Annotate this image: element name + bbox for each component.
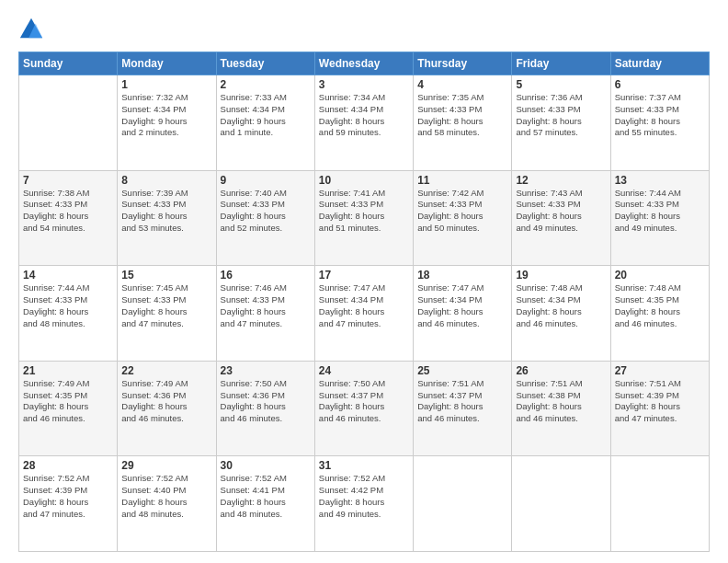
day-header-thursday: Thursday [414,52,512,75]
day-info: Sunrise: 7:52 AMSunset: 4:40 PMDaylight:… [121,473,211,520]
day-info: Sunrise: 7:32 AMSunset: 4:34 PMDaylight:… [121,92,211,139]
day-info: Sunrise: 7:48 AMSunset: 4:34 PMDaylight:… [516,282,606,329]
calendar-cell: 17Sunrise: 7:47 AMSunset: 4:34 PMDayligh… [314,266,413,362]
calendar-cell: 28Sunrise: 7:52 AMSunset: 4:39 PMDayligh… [19,456,118,552]
day-number: 25 [417,364,507,377]
calendar-cell [19,75,118,171]
day-info: Sunrise: 7:47 AMSunset: 4:34 PMDaylight:… [417,282,507,329]
logo [18,17,46,42]
day-number: 24 [319,364,409,377]
day-info: Sunrise: 7:44 AMSunset: 4:33 PMDaylight:… [615,188,705,235]
day-number: 28 [23,459,113,472]
calendar-cell: 4Sunrise: 7:35 AMSunset: 4:33 PMDaylight… [414,75,512,171]
day-info: Sunrise: 7:49 AMSunset: 4:35 PMDaylight:… [23,378,113,425]
day-number: 8 [121,174,211,187]
calendar-cell: 24Sunrise: 7:50 AMSunset: 4:37 PMDayligh… [314,361,413,456]
day-number: 17 [319,269,409,282]
calendar-cell: 22Sunrise: 7:49 AMSunset: 4:36 PMDayligh… [118,361,216,456]
day-number: 13 [615,174,705,187]
day-number: 1 [121,78,211,91]
calendar-cell: 8Sunrise: 7:39 AMSunset: 4:33 PMDaylight… [118,170,216,266]
day-number: 21 [23,364,113,377]
day-number: 5 [516,78,606,91]
day-info: Sunrise: 7:51 AMSunset: 4:38 PMDaylight:… [516,378,606,425]
calendar-week-2: 7Sunrise: 7:38 AMSunset: 4:33 PMDaylight… [19,170,710,266]
day-number: 30 [221,459,311,472]
calendar-week-1: 1Sunrise: 7:32 AMSunset: 4:34 PMDaylight… [19,75,710,171]
day-number: 29 [121,459,211,472]
calendar-cell: 16Sunrise: 7:46 AMSunset: 4:33 PMDayligh… [216,266,314,362]
day-number: 20 [615,269,705,282]
calendar-week-3: 14Sunrise: 7:44 AMSunset: 4:33 PMDayligh… [19,266,710,362]
day-info: Sunrise: 7:46 AMSunset: 4:33 PMDaylight:… [221,282,311,329]
day-number: 12 [516,174,606,187]
calendar-cell: 13Sunrise: 7:44 AMSunset: 4:33 PMDayligh… [610,170,709,266]
day-number: 2 [221,78,311,91]
day-info: Sunrise: 7:49 AMSunset: 4:36 PMDaylight:… [121,378,211,425]
day-info: Sunrise: 7:36 AMSunset: 4:33 PMDaylight:… [516,92,606,139]
calendar-cell: 25Sunrise: 7:51 AMSunset: 4:37 PMDayligh… [414,361,512,456]
calendar-cell: 21Sunrise: 7:49 AMSunset: 4:35 PMDayligh… [19,361,118,456]
calendar-cell: 20Sunrise: 7:48 AMSunset: 4:35 PMDayligh… [610,266,709,362]
day-number: 16 [221,269,311,282]
calendar-header-row: SundayMondayTuesdayWednesdayThursdayFrid… [19,52,710,75]
calendar-cell: 30Sunrise: 7:52 AMSunset: 4:41 PMDayligh… [216,456,314,552]
day-number: 27 [615,364,705,377]
calendar-cell: 29Sunrise: 7:52 AMSunset: 4:40 PMDayligh… [118,456,216,552]
day-number: 7 [23,174,113,187]
day-info: Sunrise: 7:41 AMSunset: 4:33 PMDaylight:… [319,188,409,235]
calendar-cell: 10Sunrise: 7:41 AMSunset: 4:33 PMDayligh… [314,170,413,266]
calendar-cell [414,456,512,552]
day-header-friday: Friday [512,52,610,75]
day-number: 18 [417,269,507,282]
day-header-saturday: Saturday [610,52,709,75]
day-number: 22 [121,364,211,377]
day-info: Sunrise: 7:51 AMSunset: 4:37 PMDaylight:… [417,378,507,425]
day-info: Sunrise: 7:39 AMSunset: 4:33 PMDaylight:… [121,188,211,235]
calendar-week-5: 28Sunrise: 7:52 AMSunset: 4:39 PMDayligh… [19,456,710,552]
calendar-cell: 31Sunrise: 7:52 AMSunset: 4:42 PMDayligh… [314,456,413,552]
day-number: 31 [319,459,409,472]
calendar-cell: 19Sunrise: 7:48 AMSunset: 4:34 PMDayligh… [512,266,610,362]
calendar-cell: 23Sunrise: 7:50 AMSunset: 4:36 PMDayligh… [216,361,314,456]
day-number: 26 [516,364,606,377]
calendar-cell [610,456,709,552]
calendar-cell: 9Sunrise: 7:40 AMSunset: 4:33 PMDaylight… [216,170,314,266]
calendar-cell: 12Sunrise: 7:43 AMSunset: 4:33 PMDayligh… [512,170,610,266]
day-info: Sunrise: 7:47 AMSunset: 4:34 PMDaylight:… [319,282,409,329]
day-number: 6 [615,78,705,91]
calendar-cell [512,456,610,552]
day-number: 4 [417,78,507,91]
day-number: 9 [221,174,311,187]
calendar-cell: 6Sunrise: 7:37 AMSunset: 4:33 PMDaylight… [610,75,709,171]
day-info: Sunrise: 7:50 AMSunset: 4:37 PMDaylight:… [319,378,409,425]
day-header-wednesday: Wednesday [314,52,413,75]
day-number: 15 [121,269,211,282]
day-number: 14 [23,269,113,282]
day-number: 3 [319,78,409,91]
calendar-cell: 27Sunrise: 7:51 AMSunset: 4:39 PMDayligh… [610,361,709,456]
day-info: Sunrise: 7:44 AMSunset: 4:33 PMDaylight:… [23,282,113,329]
day-info: Sunrise: 7:50 AMSunset: 4:36 PMDaylight:… [221,378,311,425]
calendar-cell: 1Sunrise: 7:32 AMSunset: 4:34 PMDaylight… [118,75,216,171]
day-info: Sunrise: 7:52 AMSunset: 4:42 PMDaylight:… [319,473,409,520]
day-info: Sunrise: 7:48 AMSunset: 4:35 PMDaylight:… [615,282,705,329]
calendar-cell: 26Sunrise: 7:51 AMSunset: 4:38 PMDayligh… [512,361,610,456]
calendar-cell: 11Sunrise: 7:42 AMSunset: 4:33 PMDayligh… [414,170,512,266]
day-info: Sunrise: 7:52 AMSunset: 4:39 PMDaylight:… [23,473,113,520]
day-header-tuesday: Tuesday [216,52,314,75]
day-number: 23 [221,364,311,377]
day-info: Sunrise: 7:33 AMSunset: 4:34 PMDaylight:… [221,92,311,139]
day-info: Sunrise: 7:35 AMSunset: 4:33 PMDaylight:… [417,92,507,139]
day-info: Sunrise: 7:51 AMSunset: 4:39 PMDaylight:… [615,378,705,425]
calendar-cell: 14Sunrise: 7:44 AMSunset: 4:33 PMDayligh… [19,266,118,362]
day-header-monday: Monday [118,52,216,75]
day-info: Sunrise: 7:43 AMSunset: 4:33 PMDaylight:… [516,188,606,235]
day-info: Sunrise: 7:42 AMSunset: 4:33 PMDaylight:… [417,188,507,235]
calendar-cell: 3Sunrise: 7:34 AMSunset: 4:34 PMDaylight… [314,75,413,171]
day-info: Sunrise: 7:37 AMSunset: 4:33 PMDaylight:… [615,92,705,139]
page: SundayMondayTuesdayWednesdayThursdayFrid… [0,0,728,563]
calendar-cell: 5Sunrise: 7:36 AMSunset: 4:33 PMDaylight… [512,75,610,171]
day-info: Sunrise: 7:40 AMSunset: 4:33 PMDaylight:… [221,188,311,235]
day-info: Sunrise: 7:34 AMSunset: 4:34 PMDaylight:… [319,92,409,139]
